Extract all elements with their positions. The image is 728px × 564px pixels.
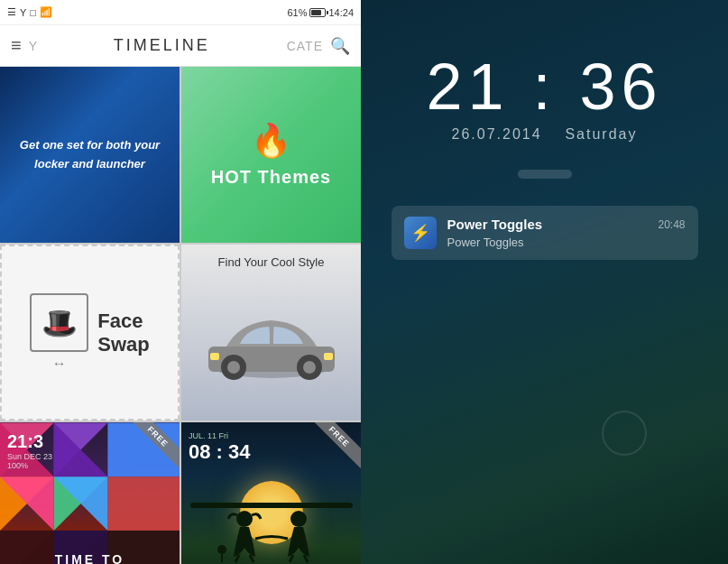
nav-bar: ≡ Y TIMELINE CATE 🔍 [0, 25, 361, 67]
svg-line-27 [250, 555, 253, 562]
travel-label-area: TIME TO TRAVEL [0, 552, 180, 564]
faceswap-arrow-icon: ↔ [52, 356, 67, 372]
grid-item-hot-themes[interactable]: 🔥 HOT Themes [181, 67, 361, 243]
love-time-area: JUL. 11 Fri 08 : 34 [189, 431, 354, 464]
left-panel: ☰ Y □ 📶 61% 14:24 ≡ Y TIMELINE CATE 🔍 Ge… [0, 0, 361, 564]
notification-card[interactable]: ⚡ Power Toggles 20:48 Power Toggles [392, 206, 698, 260]
nav-title: TIMELINE [44, 36, 280, 55]
svg-point-28 [290, 511, 307, 527]
svg-rect-7 [210, 353, 219, 360]
svg-line-30 [304, 555, 308, 562]
menu-icon[interactable]: ≡ [11, 35, 22, 56]
locker-text: Get one set for both your locker and lau… [11, 127, 169, 183]
notif-message: Power Toggles [447, 236, 686, 249]
notif-header: Power Toggles 20:48 [447, 217, 686, 232]
grid-item-cool-style[interactable]: Find Your Cool Style [181, 245, 361, 421]
faceswap-label: Face Swap [97, 310, 149, 356]
status-time: 14:24 [328, 7, 354, 18]
grid-item-love[interactable]: JUL. 11 Fri 08 : 34 FREE [181, 422, 361, 564]
faceswap-avatar: 🎩 [30, 293, 88, 352]
svg-line-26 [235, 555, 239, 562]
svg-point-25 [236, 511, 253, 527]
status-sim-icon: □ [30, 7, 36, 18]
locker-line1: Get one set for both your [20, 138, 160, 152]
lock-day-value: Saturday [565, 126, 637, 142]
notif-content: Power Toggles 20:48 Power Toggles [447, 217, 686, 249]
grid-item-locker[interactable]: Get one set for both your locker and lau… [0, 67, 180, 243]
status-bar: ☰ Y □ 📶 61% 14:24 [0, 0, 361, 25]
cool-car-area [190, 283, 353, 401]
grid-item-travel[interactable]: 21:3 Sun DEC 23 100% FREE TIME TO TRAVEL [0, 422, 180, 564]
lock-screen-handle [518, 170, 572, 179]
svg-line-29 [290, 555, 293, 562]
travel-percent: 100% [7, 461, 172, 470]
love-date: JUL. 11 Fri [189, 431, 354, 440]
svg-point-3 [227, 361, 240, 374]
faceswap-label-text2: Swap [97, 333, 149, 356]
svg-point-31 [217, 545, 226, 554]
hot-themes-label: HOT Themes [211, 167, 331, 188]
flame-icon: 🔥 [251, 122, 291, 160]
faceswap-avatar-area: 🎩 ↔ [30, 293, 88, 372]
content-grid: Get one set for both your locker and lau… [0, 67, 361, 564]
love-silhouette [181, 494, 361, 564]
nav-y-label: Y [29, 39, 37, 53]
travel-time-area: 21:3 Sun DEC 23 100% [7, 431, 172, 470]
faceswap-label-text1: Face [97, 310, 149, 333]
cool-car-svg [190, 297, 353, 387]
status-icon-1: ☰ [7, 6, 16, 18]
locker-line2: locker and launcher [34, 157, 145, 171]
notif-app-name: Power Toggles [447, 217, 543, 232]
lock-screen-date: 26.07.2014 Saturday [452, 126, 638, 143]
love-silhouette-svg [181, 494, 361, 564]
travel-time: 21:3 [7, 431, 172, 452]
svg-point-5 [303, 361, 316, 374]
status-right: 61% 14:24 [287, 7, 354, 18]
svg-marker-13 [107, 476, 180, 531]
battery-icon [309, 8, 326, 17]
nav-cate[interactable]: CATE [287, 39, 323, 53]
status-icon-2: Y [20, 7, 26, 18]
decorative-circle [602, 411, 647, 456]
lock-screen-time: 21 : 36 [426, 54, 662, 119]
status-left: ☰ Y □ 📶 [7, 6, 52, 18]
notif-time: 20:48 [658, 218, 685, 231]
grid-item-face-swap[interactable]: 🎩 ↔ Face Swap [0, 245, 180, 421]
status-battery-percent: 61% [287, 7, 307, 18]
right-panel: 21 : 36 26.07.2014 Saturday ⚡ Power Togg… [361, 0, 728, 564]
lock-date-value: 26.07.2014 [452, 126, 542, 142]
cool-style-title: Find Your Cool Style [218, 255, 325, 269]
status-wifi-icon: 📶 [40, 6, 52, 18]
love-time: 08 : 34 [189, 440, 354, 464]
svg-rect-6 [324, 353, 333, 360]
svg-rect-24 [190, 503, 353, 508]
search-icon[interactable]: 🔍 [330, 36, 350, 56]
travel-date: Sun DEC 23 [7, 452, 172, 461]
travel-label-top: TIME TO [0, 552, 180, 564]
notif-app-icon: ⚡ [404, 217, 437, 249]
